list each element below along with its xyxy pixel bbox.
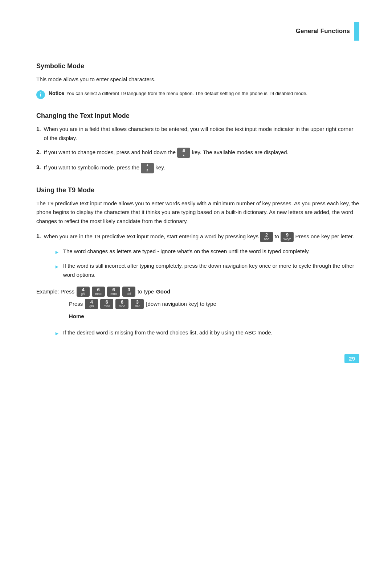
arrow-icon-2: ► — [54, 263, 60, 280]
t9-last-bullet-list: ► If the desired word is missing from th… — [47, 328, 359, 338]
t9-bullet-3-text: If the desired word is missing from the … — [63, 328, 273, 338]
step-3-text: If you want to symbolic mode, press the … — [44, 163, 165, 173]
t9-bullet-3: ► If the desired word is missing from th… — [54, 328, 359, 338]
step-3: 3. If you want to symbolic mode, press t… — [36, 163, 359, 173]
key-9wxyz: 9wxyz — [281, 232, 294, 242]
t9-steps: 1. When you are in the T9 predictive tex… — [36, 232, 359, 242]
t9-step-1-text: When you are in the T9 predictive text i… — [44, 232, 354, 242]
example-result-word: Good — [156, 286, 170, 297]
key-4ghi-1: 4ghi — [77, 287, 90, 297]
key-3def-1: 3def — [122, 287, 135, 297]
changing-text-title: Changing the Text Input Mode — [36, 112, 359, 120]
example-row-1: Example: Press 4ghi 6mno 6mno 3def to ty… — [36, 286, 359, 297]
notice-content: NoticeYou can select a different T9 lang… — [49, 90, 307, 97]
symbolic-mode-section: Symbolic Mode This mode allows you to en… — [36, 62, 359, 99]
hash-key: #▲ — [177, 148, 190, 158]
press2-label: Press — [69, 299, 83, 309]
press2-suffix: [down navigation key] to type — [146, 299, 216, 309]
press2-word: Home — [69, 311, 84, 322]
t9-bullet-2: ► If the word is still incorrect after t… — [54, 262, 359, 280]
changing-text-section: Changing the Text Input Mode 1. When you… — [36, 112, 359, 173]
header-accent-bar — [354, 22, 359, 41]
t9-bullet-1-text: The word changes as letters are typed - … — [63, 247, 310, 256]
symbolic-mode-description: This mode allows you to enter special ch… — [36, 75, 359, 84]
key-3def-2: 3def — [131, 299, 144, 309]
star-key: *⁋ — [141, 163, 154, 173]
symbolic-mode-title: Symbolic Mode — [36, 62, 359, 70]
changing-text-steps: 1. When you are in a field that allows c… — [36, 125, 359, 173]
notice-label: Notice — [49, 90, 64, 96]
header-title: General Functions — [296, 28, 350, 35]
example-block: Example: Press 4ghi 6mno 6mno 3def to ty… — [36, 286, 359, 322]
step-2: 2. If you want to change modes, press an… — [36, 148, 359, 158]
page-container: General Functions Symbolic Mode This mod… — [0, 0, 392, 380]
arrow-icon-1: ► — [54, 248, 60, 256]
page-number: 29 — [344, 354, 359, 363]
key-4ghi-2: 4ghi — [85, 299, 98, 309]
key-2abc: 2abc — [260, 232, 273, 242]
example-row-3: Home — [36, 311, 359, 322]
notice-text: You can select a different T9 language f… — [66, 91, 307, 96]
t9-step-1-num: 1. — [36, 232, 41, 242]
t9-bullets: ► The word changes as letters are typed … — [47, 247, 359, 280]
step-1-num: 1. — [36, 125, 41, 143]
key-6mno-1: 6mno — [92, 287, 105, 297]
key-6mno-3: 6mno — [100, 299, 113, 309]
t9-bullet-1: ► The word changes as letters are typed … — [54, 247, 359, 256]
t9-mode-section: Using the T9 Mode The T9 predictive text… — [36, 186, 359, 338]
page-footer: 29 — [344, 355, 359, 362]
arrow-icon-3: ► — [54, 329, 60, 338]
example-row-2: Press 4ghi 6mno 6mno 3def [down navigati… — [36, 299, 359, 309]
notice-box: i NoticeYou can select a different T9 la… — [36, 90, 359, 99]
t9-step-1: 1. When you are in the T9 predictive tex… — [36, 232, 359, 242]
step-2-num: 2. — [36, 148, 41, 158]
example-to-type: to type — [138, 286, 154, 297]
step-3-num: 3. — [36, 163, 41, 173]
notice-icon: i — [36, 90, 45, 99]
key-6mno-2: 6mno — [107, 287, 120, 297]
step-1: 1. When you are in a field that allows c… — [36, 125, 359, 143]
t9-bullet-2-text: If the word is still incorrect after typ… — [63, 262, 359, 280]
example-label: Example: Press — [36, 286, 74, 297]
step-1-text: When you are in a field that allows char… — [44, 125, 359, 143]
step-2-text: If you want to change modes, press and h… — [44, 148, 289, 158]
page-header: General Functions — [36, 22, 359, 41]
t9-mode-title: Using the T9 Mode — [36, 186, 359, 194]
t9-intro: The T9 predictive text input mode allows… — [36, 199, 359, 226]
key-6mno-4: 6mno — [115, 299, 128, 309]
